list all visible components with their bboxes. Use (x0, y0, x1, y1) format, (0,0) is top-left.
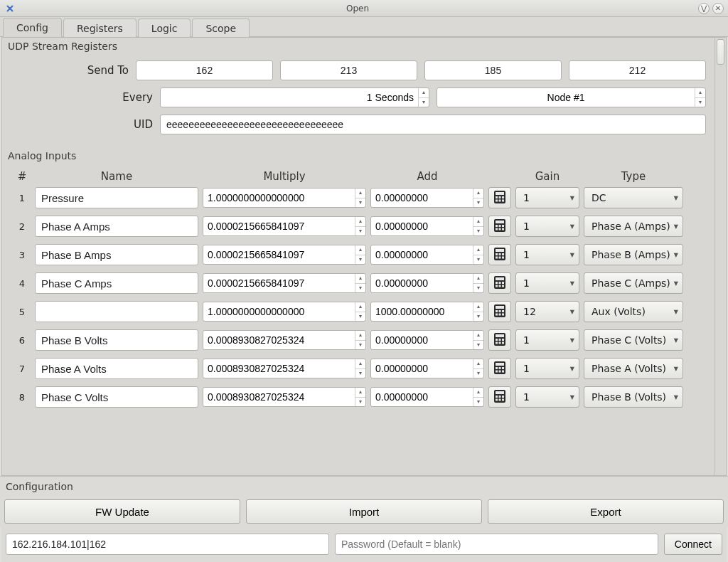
spin-down-icon[interactable]: ▾ (355, 284, 365, 293)
analog-add-input[interactable] (371, 359, 473, 378)
analog-multiply-spin[interactable]: ▴▾ (203, 216, 366, 236)
app-menu-icon[interactable] (4, 3, 16, 14)
spin-down-icon[interactable]: ▾ (355, 369, 365, 378)
fw-update-button[interactable]: FW Update (4, 499, 240, 524)
analog-multiply-spin[interactable]: ▴▾ (203, 245, 366, 265)
window-minimize-button[interactable]: ⋁ (698, 3, 710, 14)
analog-multiply-input[interactable] (203, 189, 355, 207)
spin-up-icon[interactable]: ▴ (473, 302, 483, 312)
analog-add-input[interactable] (371, 302, 473, 321)
spin-up-icon[interactable]: ▴ (419, 88, 429, 98)
spin-down-icon[interactable]: ▾ (473, 341, 483, 350)
spin-down-icon[interactable]: ▾ (473, 369, 483, 378)
analog-type-dropdown[interactable]: Phase C (Amps) ▼ (584, 272, 683, 294)
analog-multiply-input[interactable] (203, 274, 355, 292)
spin-down-icon[interactable]: ▾ (473, 312, 483, 322)
spin-down-icon[interactable]: ▾ (355, 341, 365, 350)
analog-add-spin[interactable]: ▴▾ (370, 216, 484, 236)
spin-up-icon[interactable]: ▴ (355, 302, 365, 312)
analog-multiply-input[interactable] (203, 302, 355, 321)
analog-type-dropdown[interactable]: Phase B (Volts) ▼ (584, 386, 683, 408)
analog-add-input[interactable] (371, 274, 473, 292)
analog-add-spin[interactable]: ▴▾ (370, 273, 484, 293)
analog-name-field[interactable] (35, 358, 198, 379)
analog-multiply-input[interactable] (203, 217, 355, 235)
analog-gain-dropdown[interactable]: 1 ▼ (515, 358, 579, 379)
spin-up-icon[interactable]: ▴ (473, 189, 483, 198)
send-to-field-1[interactable] (280, 60, 417, 80)
analog-gain-dropdown[interactable]: 1 ▼ (515, 216, 579, 237)
analog-calc-button[interactable] (488, 301, 511, 322)
spin-up-icon[interactable]: ▴ (473, 217, 483, 227)
spin-down-icon[interactable]: ▾ (473, 227, 483, 236)
analog-multiply-input[interactable] (203, 245, 355, 264)
analog-type-dropdown[interactable]: DC ▼ (584, 187, 683, 208)
spin-down-icon[interactable]: ▾ (473, 198, 483, 208)
analog-calc-button[interactable] (488, 187, 511, 208)
spin-up-icon[interactable]: ▴ (473, 245, 483, 255)
send-to-field-0[interactable] (136, 60, 273, 80)
analog-multiply-input[interactable] (203, 359, 355, 378)
spin-down-icon[interactable]: ▾ (419, 98, 429, 107)
spin-up-icon[interactable]: ▴ (355, 189, 365, 198)
analog-name-field[interactable] (35, 187, 198, 208)
every-node-input[interactable] (437, 88, 695, 107)
every-interval-input[interactable] (161, 88, 418, 107)
analog-add-input[interactable] (371, 331, 473, 349)
analog-gain-dropdown[interactable]: 1 ▼ (515, 244, 579, 265)
analog-gain-dropdown[interactable]: 1 ▼ (515, 272, 579, 294)
content-scrollbar[interactable] (714, 38, 726, 475)
analog-add-spin[interactable]: ▴▾ (370, 302, 484, 322)
analog-add-spin[interactable]: ▴▾ (370, 245, 484, 265)
spin-up-icon[interactable]: ▴ (355, 217, 365, 227)
spin-down-icon[interactable]: ▾ (473, 255, 483, 265)
analog-type-dropdown[interactable]: Aux (Volts) ▼ (584, 301, 683, 322)
spin-up-icon[interactable]: ▴ (473, 388, 483, 398)
tab-registers[interactable]: Registers (63, 18, 136, 37)
analog-calc-button[interactable] (488, 386, 511, 408)
analog-calc-button[interactable] (488, 272, 511, 294)
spin-up-icon[interactable]: ▴ (473, 359, 483, 369)
send-to-field-2[interactable] (424, 60, 562, 80)
analog-add-input[interactable] (371, 388, 473, 406)
spin-down-icon[interactable]: ▾ (355, 398, 365, 407)
every-node-spin[interactable]: ▴▾ (437, 88, 706, 107)
analog-type-dropdown[interactable]: Phase A (Amps) ▼ (584, 216, 683, 237)
tab-config[interactable]: Config (3, 18, 62, 37)
analog-name-field[interactable] (35, 329, 198, 351)
analog-add-spin[interactable]: ▴▾ (370, 359, 484, 378)
spin-down-icon[interactable]: ▾ (355, 227, 365, 236)
spin-up-icon[interactable]: ▴ (355, 274, 365, 284)
spin-up-icon[interactable]: ▴ (355, 388, 365, 398)
analog-add-input[interactable] (371, 217, 473, 235)
export-button[interactable]: Export (488, 499, 724, 524)
analog-multiply-input[interactable] (203, 331, 355, 349)
spin-up-icon[interactable]: ▴ (355, 359, 365, 369)
analog-gain-dropdown[interactable]: 1 ▼ (515, 329, 579, 351)
analog-gain-dropdown[interactable]: 1 ▼ (515, 187, 579, 208)
analog-add-input[interactable] (371, 245, 473, 264)
analog-type-dropdown[interactable]: Phase C (Volts) ▼ (584, 329, 683, 351)
analog-calc-button[interactable] (488, 216, 511, 237)
analog-add-spin[interactable]: ▴▾ (370, 188, 484, 208)
analog-add-input[interactable] (371, 189, 473, 207)
analog-gain-dropdown[interactable]: 1 ▼ (515, 386, 579, 408)
spin-down-icon[interactable]: ▾ (355, 255, 365, 265)
spin-down-icon[interactable]: ▾ (473, 398, 483, 407)
analog-type-dropdown[interactable]: Phase B (Amps) ▼ (584, 244, 683, 265)
every-interval-spin[interactable]: ▴▾ (160, 88, 429, 107)
spin-down-icon[interactable]: ▾ (473, 284, 483, 293)
analog-name-field[interactable] (35, 386, 198, 408)
host-field[interactable] (6, 534, 329, 555)
connect-button[interactable]: Connect (664, 534, 722, 555)
analog-name-field[interactable] (35, 216, 198, 237)
window-close-button[interactable]: ✕ (712, 3, 724, 14)
analog-name-field[interactable] (35, 272, 198, 294)
tab-scope[interactable]: Scope (192, 18, 250, 37)
analog-type-dropdown[interactable]: Phase A (Volts) ▼ (584, 358, 683, 379)
spin-up-icon[interactable]: ▴ (355, 331, 365, 341)
spin-up-icon[interactable]: ▴ (695, 88, 705, 98)
analog-multiply-spin[interactable]: ▴▾ (203, 302, 366, 322)
send-to-field-3[interactable] (569, 60, 706, 80)
analog-multiply-spin[interactable]: ▴▾ (203, 387, 366, 407)
